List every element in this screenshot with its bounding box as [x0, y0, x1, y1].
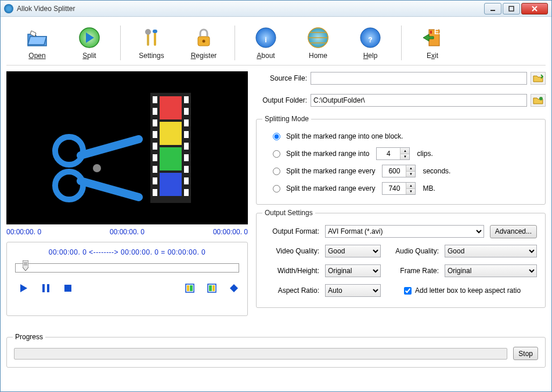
help-button[interactable]: ? Help [344, 24, 396, 62]
split-mode-mb-label-pre: Split the marked range every [286, 184, 375, 193]
video-preview [6, 71, 248, 224]
svg-rect-37 [184, 154, 189, 161]
split-mode-seconds-radio[interactable] [273, 168, 280, 175]
tools-icon [140, 26, 163, 49]
seconds-input[interactable] [383, 165, 406, 177]
mb-input[interactable] [383, 183, 406, 194]
browse-source-button[interactable] [531, 72, 546, 85]
toolbar-separator [234, 26, 235, 60]
close-button[interactable] [521, 3, 548, 14]
play-icon[interactable] [19, 283, 29, 293]
svg-rect-55 [209, 285, 212, 291]
source-file-label: Source File: [256, 74, 307, 82]
svg-text:?: ? [368, 36, 372, 44]
toolbar-separator [120, 26, 121, 60]
about-button[interactable]: i About [240, 24, 292, 62]
split-mode-one-block-radio[interactable] [273, 133, 280, 140]
minimize-button[interactable] [484, 3, 502, 14]
video-quality-label: Video Quality: [265, 247, 319, 255]
svg-rect-29 [153, 166, 157, 173]
progress-bar [14, 348, 507, 360]
svg-rect-36 [184, 143, 189, 150]
register-label: Register [191, 52, 217, 60]
output-settings-group: Output Settings Output Format: AVI Forma… [256, 213, 546, 308]
split-mode-seconds-label-post: seconds. [423, 167, 450, 175]
slider-thumb-icon[interactable] [23, 260, 28, 272]
splitting-mode-group: Splitting Mode Split the marked range in… [256, 119, 546, 205]
about-label: About [257, 52, 275, 60]
folder-icon [533, 74, 543, 83]
split-label: Split [82, 52, 96, 60]
open-button[interactable]: Open [11, 24, 63, 62]
spinner-up-icon[interactable]: ▲ [406, 165, 415, 172]
svg-rect-35 [184, 131, 189, 138]
register-button[interactable]: Register [178, 24, 230, 62]
clips-count-spinner[interactable]: ▲▼ [376, 147, 410, 160]
audio-quality-label: Audio Quality: [387, 247, 439, 255]
output-format-select[interactable]: AVI Format (*.avi) [325, 225, 484, 238]
settings-button[interactable]: Settings [125, 24, 178, 62]
mb-spinner[interactable]: ▲▼ [382, 182, 416, 195]
svg-rect-33 [184, 108, 189, 115]
exit-button[interactable]: EXIT Exit [406, 24, 459, 62]
spinner-down-icon[interactable]: ▼ [406, 189, 415, 195]
svg-rect-26 [153, 131, 157, 138]
svg-rect-17 [430, 31, 432, 34]
stop-button[interactable]: Stop [513, 347, 538, 360]
svg-rect-53 [190, 285, 193, 291]
mark-point-icon[interactable] [229, 283, 239, 293]
spinner-up-icon[interactable]: ▲ [401, 148, 409, 154]
split-mode-one-block-label: Split the marked range into one block. [286, 132, 403, 140]
frame-rate-label: Frame Rate: [387, 267, 439, 275]
svg-rect-38 [184, 166, 189, 173]
svg-rect-27 [153, 143, 157, 150]
letterbox-checkbox[interactable] [404, 287, 412, 295]
exit-label: Exit [427, 52, 438, 60]
mark-out-icon[interactable] [207, 283, 217, 293]
source-file-input[interactable] [311, 72, 527, 85]
split-mode-mb-radio[interactable] [273, 185, 280, 193]
svg-rect-34 [184, 119, 189, 126]
home-button[interactable]: Home [292, 24, 344, 62]
time-current: 00:00:00. 0 [110, 228, 145, 236]
svg-rect-48 [42, 284, 45, 292]
app-icon [4, 4, 13, 13]
pause-icon[interactable] [41, 283, 51, 293]
aspect-ratio-select[interactable]: Auto [325, 284, 381, 297]
split-button[interactable]: Split [63, 24, 116, 62]
letterbox-row[interactable]: Add letter box to keep aspect ratio [404, 286, 521, 295]
svg-point-21 [93, 164, 101, 172]
svg-rect-8 [153, 30, 157, 33]
video-quality-select[interactable]: Good [325, 245, 381, 257]
mark-in-icon[interactable] [185, 283, 195, 293]
spinner-down-icon[interactable]: ▼ [401, 154, 409, 160]
svg-rect-42 [160, 122, 182, 145]
splitting-mode-legend: Splitting Mode [262, 115, 311, 123]
trim-slider[interactable] [15, 263, 239, 273]
svg-rect-40 [184, 189, 189, 196]
svg-point-10 [203, 39, 205, 42]
svg-point-20 [55, 172, 83, 199]
titlebar: Allok Video Splitter [1, 1, 551, 17]
lock-icon [192, 26, 215, 49]
svg-rect-23 [153, 96, 157, 103]
output-format-label: Output Format: [265, 227, 319, 235]
output-folder-input[interactable] [311, 94, 527, 107]
spinner-down-icon[interactable]: ▼ [406, 172, 415, 177]
stop-icon[interactable] [63, 283, 73, 293]
split-mode-clips-label-pre: Split the marked range into [286, 150, 369, 158]
advanced-button[interactable]: Advanced... [490, 225, 537, 238]
browse-output-button[interactable] [531, 94, 546, 107]
seconds-spinner[interactable]: ▲▼ [382, 165, 416, 177]
width-height-select[interactable]: Original [325, 264, 381, 277]
maximize-button[interactable] [503, 3, 520, 14]
svg-rect-52 [187, 285, 189, 291]
settings-label: Settings [139, 52, 164, 60]
globe-icon [306, 26, 330, 49]
frame-rate-select[interactable]: Original [445, 264, 537, 277]
svg-rect-32 [184, 96, 189, 103]
audio-quality-select[interactable]: Good [445, 245, 537, 257]
clips-count-input[interactable] [377, 148, 400, 159]
spinner-up-icon[interactable]: ▲ [406, 183, 415, 189]
split-mode-clips-radio[interactable] [273, 150, 280, 158]
